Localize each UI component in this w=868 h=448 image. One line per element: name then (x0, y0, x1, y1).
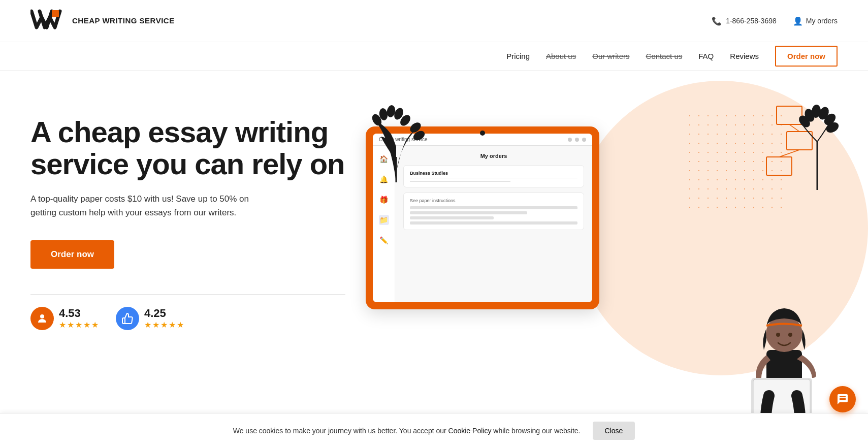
rating-values-1: 4.53 ★★★★★ (59, 307, 100, 330)
rating-item-1: 4.53 ★★★★★ (30, 307, 100, 330)
cookie-bar: We use cookies to make your journey with… (0, 413, 868, 416)
nav-about[interactable]: About us (546, 52, 576, 60)
nav-order-button[interactable]: Order now (775, 46, 838, 67)
rating-number-2: 4.25 (144, 307, 185, 320)
hero-illustration: Cheap writing service 🏠 🔔 (345, 101, 838, 396)
svg-point-1 (40, 314, 44, 318)
rating-icon-1 (30, 307, 54, 330)
tablet-card-title: Business Studies (410, 171, 577, 176)
plant-left (366, 96, 427, 189)
header: CHEAP WRITING SERVICE 📞 1-866-258-3698 👤… (0, 0, 868, 42)
nav-pricing[interactable]: Pricing (506, 52, 530, 60)
hero-section: A cheap essay writing service you can re… (0, 71, 868, 416)
tablet-instructions-label: See paper instructions (410, 198, 577, 203)
tablet-edit-icon: ✏️ (379, 235, 389, 245)
tablet-line-2 (410, 211, 527, 214)
plant-right (782, 91, 853, 195)
tablet-line-4 (410, 221, 577, 225)
phone-icon: 📞 (712, 16, 722, 26)
logo-text: CHEAP WRITING SERVICE (72, 16, 175, 25)
chat-widget-button[interactable] (829, 386, 856, 412)
nav-writers[interactable]: Our writers (592, 52, 629, 60)
nav-contact[interactable]: Contact us (646, 52, 683, 60)
chat-icon (837, 393, 849, 405)
tablet-folder-icon: 📁 (379, 215, 389, 225)
tablet-card-line (410, 178, 577, 178)
rating-values-2: 4.25 ★★★★★ (144, 307, 185, 330)
tablet-controls (568, 138, 586, 142)
hero-divider (30, 294, 345, 295)
rating-stars-2: ★★★★★ (144, 320, 185, 330)
main-nav: Pricing About us Our writers Contact us … (0, 42, 868, 71)
tablet-camera (480, 131, 485, 136)
my-orders-link[interactable]: 👤 My orders (793, 16, 838, 26)
logo-icon (30, 8, 66, 34)
header-contact: 📞 1-866-258-3698 (712, 16, 777, 26)
logo[interactable]: CHEAP WRITING SERVICE (30, 8, 175, 34)
my-orders-label: My orders (806, 17, 838, 25)
tablet-card-2: See paper instructions (403, 193, 584, 230)
tablet-line-1 (410, 206, 577, 209)
phone-number: 1-866-258-3698 (726, 17, 777, 25)
person-icon-1 (36, 312, 48, 325)
nav-reviews[interactable]: Reviews (730, 52, 759, 60)
hero-subtitle: A top-quality paper costs $10 with us! S… (30, 192, 274, 219)
svg-rect-0 (52, 10, 59, 17)
nav-faq[interactable]: FAQ (698, 52, 714, 60)
rating-stars-1: ★★★★★ (59, 320, 100, 330)
rating-icon-2 (116, 307, 139, 330)
header-right: 📞 1-866-258-3698 👤 My orders (712, 16, 838, 26)
thumbs-up-icon (121, 312, 134, 325)
tablet-card-1: Business Studies (403, 165, 584, 187)
svg-point-24 (776, 333, 780, 337)
user-icon: 👤 (793, 16, 803, 26)
hero-left: A cheap essay writing service you can re… (30, 101, 345, 330)
tablet-text-lines (410, 206, 577, 225)
tablet-line-3 (410, 216, 494, 219)
tablet-orders-title: My orders (403, 153, 584, 159)
tablet-gift-icon: 🎁 (379, 195, 389, 205)
rating-number-1: 4.53 (59, 307, 100, 320)
person-illustration (731, 294, 832, 416)
ratings-section: 4.53 ★★★★★ 4.25 ★★★★★ (30, 307, 345, 330)
svg-point-25 (788, 333, 792, 337)
hero-title: A cheap essay writing service you can re… (30, 116, 345, 180)
rating-item-2: 4.25 ★★★★★ (116, 307, 185, 330)
hero-order-button[interactable]: Order now (30, 240, 114, 269)
